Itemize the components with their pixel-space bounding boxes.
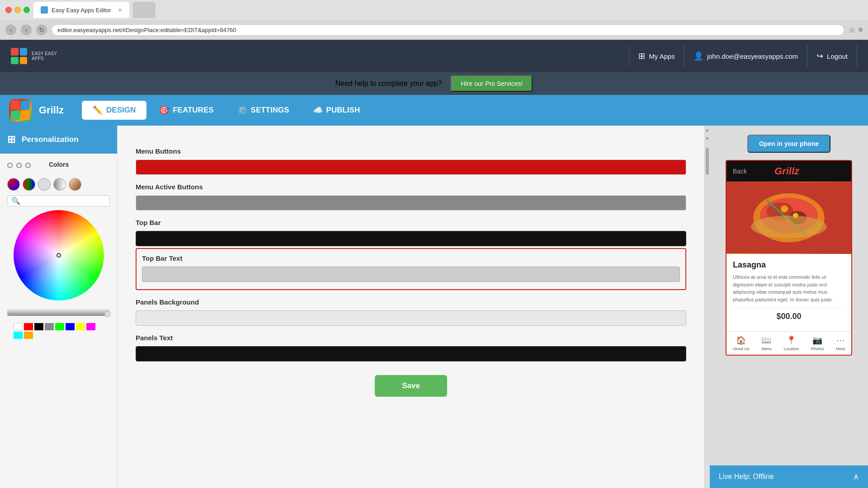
panels-text-color-bar[interactable] (136, 346, 686, 361)
minimize-window-button[interactable] (14, 7, 21, 13)
maximize-window-button[interactable] (24, 7, 30, 13)
swatch-orange[interactable] (24, 332, 33, 339)
phone-nav-menu[interactable]: 📖 Menu (761, 335, 772, 351)
my-apps-button[interactable]: ⊞ My Apps (629, 46, 684, 66)
top-bar-text-color-bar[interactable] (142, 267, 680, 282)
color-grid-btn[interactable] (38, 178, 51, 191)
logout-button[interactable]: ↪ Logout (807, 46, 857, 66)
open-in-phone-button[interactable]: Open in your phone (747, 135, 830, 153)
color-wheel-container[interactable] (14, 210, 104, 300)
menu-active-buttons-color-bar[interactable] (136, 195, 686, 211)
color-options-row (7, 178, 110, 191)
phone-nav-about[interactable]: 🏠 About Us (732, 335, 749, 351)
menu-icon[interactable]: ≡ (859, 26, 863, 34)
scroll-thumb[interactable] (706, 148, 709, 175)
menu-label: Menu (761, 347, 772, 351)
logout-icon: ↪ (816, 51, 823, 61)
menu-active-buttons-bar-wrapper (136, 195, 686, 211)
settings-icon: ⚙️ (237, 105, 247, 115)
brightness-handle[interactable] (104, 311, 111, 317)
features-label: FEATURES (173, 106, 213, 115)
swatch-black[interactable] (34, 323, 43, 330)
swatch-red[interactable] (24, 323, 33, 330)
bookmark-icon[interactable]: ☆ (849, 26, 855, 34)
tab-features[interactable]: 🎯 FEATURES (148, 101, 224, 120)
color-photo-btn[interactable] (53, 178, 66, 191)
phone-food-image (726, 182, 851, 254)
nav-back-button[interactable]: ‹ (5, 24, 16, 35)
swatch-cyan[interactable] (14, 332, 23, 339)
menu-active-buttons-section: Menu Active Buttons (136, 183, 686, 211)
nav-refresh-button[interactable]: ↻ (36, 24, 47, 35)
panels-background-color-bar[interactable] (136, 310, 686, 326)
color-gradient-btn[interactable] (23, 178, 35, 191)
top-bar-section: Top Bar (136, 219, 686, 246)
scroll-down-arrow[interactable]: ▼ (705, 134, 710, 143)
tab-settings[interactable]: ⚙️ SETTINGS (226, 101, 300, 120)
search-icon: 🔍 (11, 197, 20, 205)
save-button-row: Save (136, 375, 686, 397)
food-svg (726, 182, 851, 254)
radio-option-2[interactable] (16, 163, 22, 168)
swatch-yellow[interactable] (76, 323, 85, 330)
phone-frame: Back Grillz (726, 160, 852, 356)
features-icon: 🎯 (159, 105, 169, 115)
colors-title: Colors (49, 161, 69, 168)
save-button[interactable]: Save (375, 375, 447, 397)
phone-nav-location[interactable]: 📍 Location (783, 335, 799, 351)
logo-grid-icon (11, 48, 27, 64)
phone-content: Lasagna Ultrices at urna id et erat comm… (726, 254, 851, 331)
phone-bottom-nav: 🏠 About Us 📖 Menu 📍 Location 📷 Photos ⋯ (726, 331, 851, 355)
live-help-chevron-icon[interactable]: ∧ (853, 472, 859, 482)
radio-group (7, 163, 31, 168)
browser-chrome: Easy Easy Apps Editor × ‹ › ↻ ☆ ≡ (0, 0, 868, 40)
top-bar-text-section[interactable]: Top Bar Text (136, 248, 686, 290)
phone-back-button[interactable]: Back (733, 168, 747, 175)
swatch-white[interactable] (14, 323, 23, 330)
browser-addressbar: ‹ › ↻ ☆ ≡ (0, 20, 868, 40)
color-search[interactable]: 🔍 (7, 195, 110, 206)
address-bar[interactable] (52, 24, 844, 36)
browser-tab-active[interactable]: Easy Easy Apps Editor × (33, 2, 129, 18)
color-texture-btn[interactable] (69, 178, 81, 191)
swatch-blue[interactable] (66, 323, 75, 330)
tab-close-icon[interactable]: × (118, 6, 122, 14)
live-help-label: Live Help: Offline (719, 473, 774, 481)
svg-point-5 (781, 205, 788, 212)
color-wheel[interactable] (14, 210, 104, 300)
phone-nav-more[interactable]: ⋯ More (836, 335, 845, 351)
radio-option-3[interactable] (25, 163, 31, 168)
tab-design[interactable]: ✏️ DESIGN (82, 101, 146, 120)
scroll-divider: ▲ ▼ (704, 126, 710, 488)
phone-topbar: Back Grillz (726, 161, 851, 182)
browser-nav-icons: ☆ ≡ (849, 26, 863, 34)
color-wheel-handle[interactable] (57, 253, 61, 258)
brightness-slider[interactable] (7, 308, 110, 316)
color-panel: Colors 🔍 (0, 154, 117, 346)
more-label: More (836, 347, 845, 351)
swatch-green[interactable] (55, 323, 64, 330)
tab-publish[interactable]: ☁️ PUBLISH (302, 101, 371, 120)
swatch-magenta[interactable] (86, 323, 95, 330)
nav-forward-button[interactable]: › (21, 24, 32, 35)
radio-option-1[interactable] (7, 163, 13, 168)
menu-nav-icon: 📖 (761, 335, 771, 345)
promo-bar: Need help to complete your app? Hire our… (0, 72, 868, 95)
swatch-gray[interactable] (45, 323, 54, 330)
publish-label: PUBLISH (326, 106, 360, 115)
top-bar-wrapper (136, 231, 686, 246)
color-wheel-btn[interactable] (7, 178, 20, 191)
menu-buttons-label: Menu Buttons (136, 147, 686, 155)
pro-services-button[interactable]: Hire our Pro Services! (451, 75, 533, 92)
photos-label: Photos (811, 347, 824, 351)
publish-icon: ☁️ (313, 105, 323, 115)
phone-food-desc: Ultrices at urna id et erat commodo feli… (733, 273, 845, 303)
scroll-up-arrow[interactable]: ▲ (705, 126, 710, 134)
menu-buttons-color-bar[interactable] (136, 160, 686, 175)
close-window-button[interactable] (5, 7, 12, 13)
top-bar-color-bar[interactable] (136, 231, 686, 246)
grid-icon: ⊞ (638, 51, 645, 61)
color-search-input[interactable] (22, 198, 106, 204)
browser-tab-inactive[interactable] (133, 2, 156, 18)
phone-nav-photos[interactable]: 📷 Photos (811, 335, 824, 351)
